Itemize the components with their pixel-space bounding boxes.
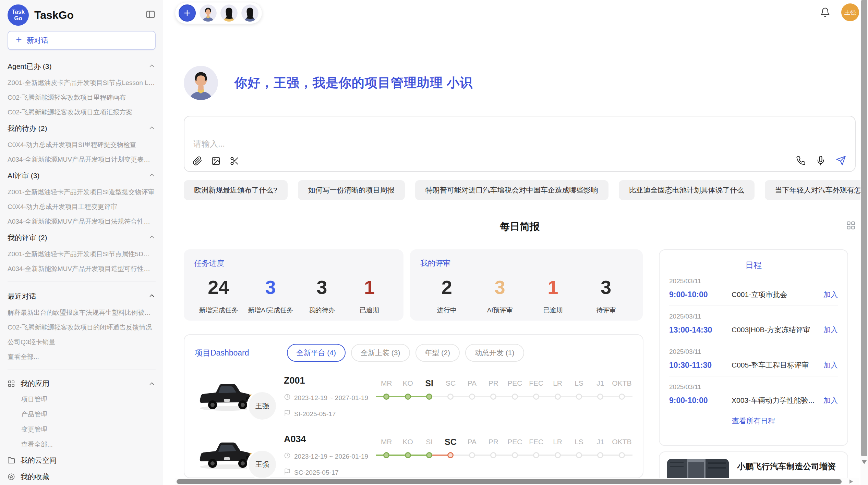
sidebar-section-header[interactable]: 我的待办 (2) xyxy=(8,120,156,137)
event-join-link[interactable]: 加入 xyxy=(823,325,838,335)
sidebar-item[interactable]: Z001-全新燃油轻卡产品开发项目SI造型提交物评审 xyxy=(8,185,156,199)
app-sub-item[interactable]: 变更管理 xyxy=(21,422,156,437)
vertical-scrollbar-thumb[interactable] xyxy=(861,0,867,456)
sidebar-section-header[interactable]: Agent已办 (3) xyxy=(8,58,156,75)
mic-icon[interactable] xyxy=(816,156,825,165)
milestone: LR xyxy=(547,376,568,418)
briefing-cards: 任务进度24新增完成任务3新增AI完成任务3我的待办1已逾期我的评审2进行中3A… xyxy=(184,249,643,321)
view-all-chats-link[interactable]: 查看全部... xyxy=(8,349,156,364)
sidebar-item-my-apps[interactable]: 我的应用 xyxy=(8,375,156,392)
milestone-dot xyxy=(533,394,539,400)
add-agent-button[interactable] xyxy=(179,4,196,22)
milestone-dot xyxy=(490,394,496,400)
suggestion-chip[interactable]: 如何写一份清晰的项目周报 xyxy=(298,180,405,200)
suggestion-chip[interactable]: 比亚迪全固态电池计划具体说了什么 xyxy=(619,180,755,200)
dashboard-tab[interactable]: 全新上装 (3) xyxy=(351,344,410,362)
project-row[interactable]: 王强A0342023-12-19 ~ 2026-01-19SC-2025-05-… xyxy=(195,433,632,477)
event-join-link[interactable]: 加入 xyxy=(823,360,838,370)
stat-label: 新增完成任务 xyxy=(199,306,238,315)
agent-avatar-3[interactable] xyxy=(241,4,258,22)
milestone-label: MR xyxy=(376,435,397,449)
milestone-dot-row xyxy=(419,449,440,463)
recent-chat-item[interactable]: 解释最新出台的欧盟报废车法规再生塑料比例被调至15%... xyxy=(8,305,156,320)
vertical-scrollbar[interactable] xyxy=(860,0,868,485)
schedule-card: 日程 2025/03/119:00-10:00C001-立项审批会加入2025/… xyxy=(659,249,848,446)
sidebar-item[interactable]: A034-全新新能源MUV产品开发项目计划变更表编写 xyxy=(8,152,156,167)
sidebar-section-header[interactable]: 我的评审 (2) xyxy=(8,229,156,247)
recent-chat-item[interactable]: C02-飞腾新能源轻客改款项目的闭环通告反馈情况 xyxy=(8,320,156,335)
stat-label: 待评审 xyxy=(587,306,625,315)
chat-input-card xyxy=(184,116,856,172)
event-row: 10:30-11:30C005-整车工程目标评审加入 xyxy=(669,360,838,370)
sidebar-item[interactable]: Z001-全新燃油轻卡产品开发项目SI节点属性5D文件评审 xyxy=(8,247,156,261)
dashboard-tab[interactable]: 全新平台 (4) xyxy=(287,344,346,362)
app-sub-item[interactable]: 查看全部... xyxy=(21,437,156,452)
greeting-block: 你好，王强，我是你的项目管理助理 小识 xyxy=(184,66,856,100)
suggestion-chip[interactable]: 欧洲新规最近颁布了什么? xyxy=(184,180,288,200)
greeting-text: 你好，王强，我是你的项目管理助理 小识 xyxy=(234,74,473,91)
milestone-dot xyxy=(555,394,561,400)
agent-avatar-1[interactable] xyxy=(200,4,217,22)
chevron-up-icon xyxy=(148,124,156,133)
event-row: 9:00-10:00C001-立项审批会加入 xyxy=(669,290,838,299)
milestone-dot xyxy=(447,452,454,458)
event-join-link[interactable]: 加入 xyxy=(823,396,838,405)
milestone: FEC xyxy=(526,376,547,418)
view-all-schedule-link[interactable]: 查看所有日程 xyxy=(669,416,838,426)
milestone: FEC xyxy=(526,435,547,477)
horizontal-scrollbar-thumb[interactable] xyxy=(177,479,842,484)
sidebar-section-header[interactable]: AI评审 (3) xyxy=(8,167,156,185)
milestone-label: PEC xyxy=(504,376,526,390)
user-avatar[interactable]: 王强 xyxy=(841,3,859,21)
project-flag-text: SC-2025-05-17 xyxy=(294,469,339,476)
new-chat-button[interactable]: 新对话 xyxy=(8,31,156,50)
send-icon[interactable] xyxy=(836,156,846,166)
sidebar-item[interactable]: Z001-全新燃油皮卡产品开发项目SI节点Lesson Learn报告 xyxy=(8,75,156,90)
sidebar-section-title: 我的待办 (2) xyxy=(8,124,148,133)
stat-columns: 2进行中3AI预评审1已逾期3待评审 xyxy=(420,276,632,315)
scroll-down-arrow[interactable] xyxy=(862,460,867,464)
sidebar-item[interactable]: A034-全新新能源MUV产品开发项目造型可行性评审 xyxy=(8,261,156,276)
phone-icon[interactable] xyxy=(796,156,806,165)
stat: 3待评审 xyxy=(587,276,625,315)
recent-chat-item[interactable]: 公司Q3轻卡销量 xyxy=(8,335,156,349)
dashboard-tab[interactable]: 年型 (2) xyxy=(415,344,460,362)
dashboard-tab[interactable]: 动总开发 (1) xyxy=(465,344,524,362)
project-flag: SC-2025-05-17 xyxy=(284,468,366,477)
chat-input[interactable] xyxy=(193,139,529,149)
app-sub-item[interactable]: 项目管理 xyxy=(21,392,156,407)
suggestion-chip[interactable]: 当下年轻人对汽车外观有怎样的喜好趋势 xyxy=(765,180,868,200)
horizontal-scrollbar[interactable] xyxy=(175,478,859,485)
scissors-icon[interactable] xyxy=(230,156,239,166)
recent-chats-header[interactable]: 最近对话 xyxy=(8,287,156,305)
app-logo: Task Go xyxy=(8,4,29,26)
milestone: LS xyxy=(568,435,590,477)
sidebar-item[interactable]: A034-全新新能源MUV产品开发项目法规符合性评审 xyxy=(8,214,156,229)
main-area: 王强 你好，王强，我是你的项目管理助理 小识 欧洲新规最近颁布了什么?如何写一份… xyxy=(163,0,868,485)
sidebar-item[interactable]: C02-飞腾新能源轻客改款项目里程碑画布 xyxy=(8,90,156,105)
image-icon[interactable] xyxy=(211,156,221,166)
project-row[interactable]: 王强Z0012023-12-19 ~ 2027-01-19SI-2025-05-… xyxy=(195,375,632,418)
app-sub-item[interactable]: 产品管理 xyxy=(21,407,156,422)
notification-bell-icon[interactable] xyxy=(820,7,830,17)
agent-avatar-2[interactable] xyxy=(220,4,238,22)
sidebar-collapse-icon[interactable] xyxy=(145,9,156,21)
sidebar-item[interactable]: C0X4-动力总成开发项目SI里程碑提交物检查 xyxy=(8,137,156,152)
sidebar-item-cloud-space[interactable]: 我的云空间 xyxy=(8,452,156,469)
sidebar-item[interactable]: C02-飞腾新能源轻客改款项目立项汇报方案 xyxy=(8,105,156,120)
milestone-label: PR xyxy=(483,435,504,449)
sidebar-sections: Agent已办 (3)Z001-全新燃油皮卡产品开发项目SI节点Lesson L… xyxy=(8,58,156,485)
sidebar-item[interactable]: C0X4-动力总成开发项目工程变更评审 xyxy=(8,199,156,214)
stat: 1已逾期 xyxy=(534,276,572,315)
clock-icon xyxy=(284,394,291,402)
event-date: 2025/03/11 xyxy=(669,348,838,356)
milestone: OKTB xyxy=(611,435,632,477)
event-join-link[interactable]: 加入 xyxy=(823,290,838,299)
attach-icon[interactable] xyxy=(193,156,202,166)
scroll-right-arrow[interactable] xyxy=(849,480,853,484)
sidebar-item-favorites[interactable]: 我的收藏 xyxy=(8,469,156,485)
milestone-dot xyxy=(426,394,432,400)
stat-value: 1 xyxy=(351,276,388,298)
grid-view-icon[interactable] xyxy=(846,221,856,232)
suggestion-chip[interactable]: 特朗普可能对进口汽车增税会对中国车企造成哪些影响 xyxy=(415,180,608,200)
